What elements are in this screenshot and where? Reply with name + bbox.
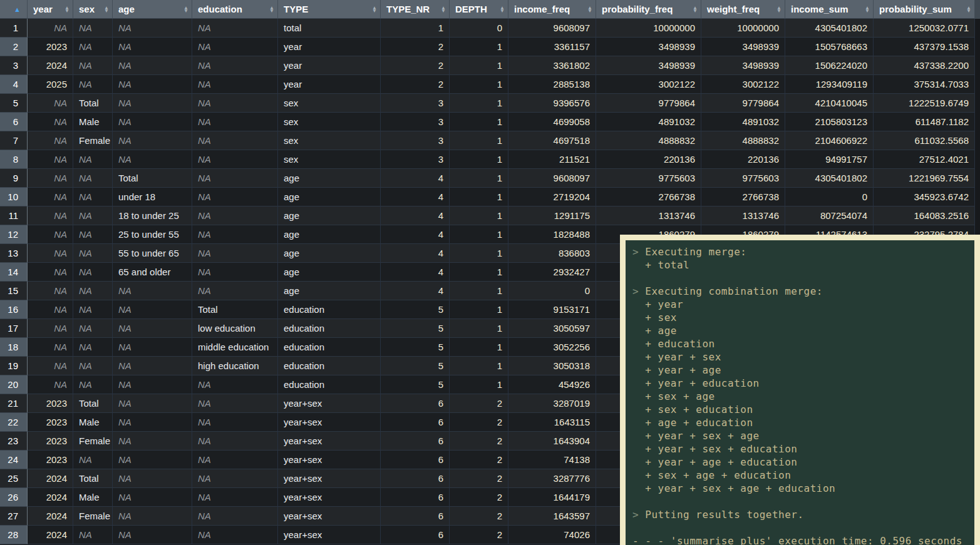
cell-income_sum: 2104606922 xyxy=(785,131,874,150)
cell-income_freq: 4699058 xyxy=(508,113,596,131)
cell-age: NA xyxy=(113,56,192,75)
column-header-label: DEPTH xyxy=(455,4,487,14)
cell-probability_sum: 1222519.6749 xyxy=(874,94,975,113)
cell-year: NA xyxy=(28,263,73,282)
cell-income_freq: 3052256 xyxy=(508,338,596,357)
table-row: 8NANANANAsex3121152122013622013694991757… xyxy=(0,150,975,169)
cell-age: NA xyxy=(113,413,192,432)
cell-probability_sum: 345923.6742 xyxy=(874,188,975,206)
sort-both-icon: ▲▼ xyxy=(500,6,505,13)
column-header-DEPTH[interactable]: DEPTH▲▼ xyxy=(450,0,508,19)
cell-income_freq: 9153171 xyxy=(508,300,596,319)
column-header-education[interactable]: education▲▼ xyxy=(192,0,278,19)
console-line: + year xyxy=(632,298,974,311)
cell-probability_sum: 611487.1182 xyxy=(874,113,975,131)
cell-income_sum: 2105803123 xyxy=(785,113,874,131)
column-header-label: TYPE xyxy=(284,4,308,14)
row-number: 9 xyxy=(0,169,28,188)
cell-TYPE_NR: 5 xyxy=(381,338,450,357)
console-line: > Executing merge: xyxy=(632,245,974,258)
row-number: 18 xyxy=(0,338,28,357)
row-number: 14 xyxy=(0,263,28,282)
cell-sex: Total xyxy=(73,469,113,488)
cell-income_freq: 3050318 xyxy=(508,357,596,375)
cell-sex: NA xyxy=(73,319,113,338)
cell-year: 2023 xyxy=(28,451,73,469)
column-header-income_sum[interactable]: income_sum▲▼ xyxy=(785,0,874,19)
cell-year: 2024 xyxy=(28,526,73,544)
cell-probability_freq: 4888832 xyxy=(596,131,701,150)
cell-education: NA xyxy=(192,75,278,94)
column-header-TYPE_NR[interactable]: TYPE_NR▲▼ xyxy=(381,0,450,19)
cell-TYPE: sex xyxy=(278,131,381,150)
cell-sex: Male xyxy=(73,113,113,131)
table-row: 11NANA18 to under 25NAage411291175131374… xyxy=(0,206,975,225)
cell-DEPTH: 1 xyxy=(450,357,508,375)
cell-probability_freq: 9775603 xyxy=(596,169,701,188)
cell-education: NA xyxy=(192,38,278,56)
row-number: 26 xyxy=(0,488,28,507)
cell-income_sum: 4210410045 xyxy=(785,94,874,113)
cell-income_sum: 1293409119 xyxy=(785,75,874,94)
column-header-label: age xyxy=(118,4,135,14)
column-header-label: year xyxy=(33,4,53,14)
column-header-probability_freq[interactable]: probability_freq▲▼ xyxy=(596,0,701,19)
cell-education: NA xyxy=(192,394,278,413)
cell-education: high education xyxy=(192,357,278,375)
cell-year: 2024 xyxy=(28,488,73,507)
cell-TYPE: age xyxy=(278,263,381,282)
cell-age: NA xyxy=(113,507,192,526)
cell-year: NA xyxy=(28,150,73,169)
column-header-sex[interactable]: sex▲▼ xyxy=(73,0,113,19)
cell-DEPTH: 1 xyxy=(450,131,508,150)
cell-income_freq: 74138 xyxy=(508,451,596,469)
column-header-TYPE[interactable]: TYPE▲▼ xyxy=(278,0,381,19)
cell-education: NA xyxy=(192,432,278,451)
cell-TYPE: year xyxy=(278,38,381,56)
cell-age: NA xyxy=(113,150,192,169)
cell-TYPE: education xyxy=(278,338,381,357)
sort-ascending-icon: ▲ xyxy=(14,6,21,13)
cell-sex: NA xyxy=(73,282,113,300)
column-header-probability_sum[interactable]: probability_sum▲▼ xyxy=(874,0,975,19)
console-output: > Executing merge: + total> Executing co… xyxy=(626,240,974,545)
console-line: + year + sex + age xyxy=(632,429,974,442)
cell-income_sum: 807254074 xyxy=(785,206,874,225)
cell-DEPTH: 1 xyxy=(450,375,508,394)
cell-age: NA xyxy=(113,432,192,451)
row-number: 3 xyxy=(0,56,28,75)
cell-weight_freq: 3498939 xyxy=(701,56,785,75)
cell-TYPE_NR: 2 xyxy=(381,75,450,94)
data-viewer-window: ▲year▲▼sex▲▼age▲▼education▲▼TYPE▲▼TYPE_N… xyxy=(0,0,980,545)
column-header-weight_freq[interactable]: weight_freq▲▼ xyxy=(701,0,785,19)
cell-TYPE_NR: 4 xyxy=(381,263,450,282)
cell-income_freq: 3361157 xyxy=(508,38,596,56)
cell-DEPTH: 2 xyxy=(450,488,508,507)
console-line: + education xyxy=(632,337,974,350)
cell-year: NA xyxy=(28,225,73,244)
column-header-label: education xyxy=(198,4,242,14)
column-header-year[interactable]: year▲▼ xyxy=(28,0,73,19)
cell-education: NA xyxy=(192,413,278,432)
cell-age: NA xyxy=(113,488,192,507)
cell-year: NA xyxy=(28,113,73,131)
cell-sex: NA xyxy=(73,38,113,56)
row-number: 8 xyxy=(0,150,28,169)
cell-sex: Female xyxy=(73,507,113,526)
cell-DEPTH: 1 xyxy=(450,225,508,244)
cell-TYPE_NR: 4 xyxy=(381,244,450,263)
cell-income_freq: 4697518 xyxy=(508,131,596,150)
cell-income_freq: 1643115 xyxy=(508,413,596,432)
cell-DEPTH: 1 xyxy=(450,38,508,56)
column-header-income_freq[interactable]: income_freq▲▼ xyxy=(508,0,596,19)
cell-TYPE_NR: 6 xyxy=(381,451,450,469)
cell-age: 18 to under 25 xyxy=(113,206,192,225)
sort-both-icon: ▲▼ xyxy=(693,6,698,13)
column-header-rownum[interactable]: ▲ xyxy=(0,0,28,19)
column-header-age[interactable]: age▲▼ xyxy=(113,0,192,19)
cell-year: NA xyxy=(28,338,73,357)
cell-TYPE: year xyxy=(278,56,381,75)
cell-sex: NA xyxy=(73,526,113,544)
cell-TYPE: age xyxy=(278,282,381,300)
row-number: 21 xyxy=(0,394,28,413)
